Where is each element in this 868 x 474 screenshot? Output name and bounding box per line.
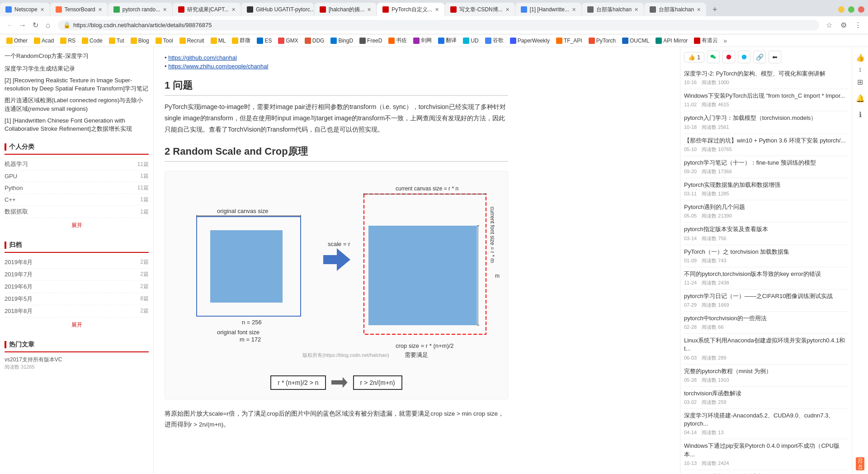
bookmark-star[interactable]: ☆ <box>823 19 835 32</box>
bookmark-tool[interactable]: Tool <box>153 37 176 45</box>
bookmark-ddg[interactable]: DDG <box>302 37 327 45</box>
tab-taibei1[interactable]: 台部落halchan ✕ <box>582 3 644 16</box>
link-zhihu[interactable]: https://www.zhihu.com/people/chanhal <box>168 63 268 70</box>
bookmark-rs[interactable]: RS <box>57 37 78 45</box>
categories-expand-btn[interactable]: 展开 <box>5 220 149 231</box>
tab-close-halchan[interactable]: ✕ <box>367 7 371 13</box>
tab-close-write[interactable]: ✕ <box>505 7 509 13</box>
archives-expand-btn[interactable]: 展开 <box>5 319 149 331</box>
share-qq-btn[interactable] <box>738 51 750 63</box>
recommend-article-9[interactable]: 不同的pytorch,torchvision版本导致的key error的错误 … <box>684 267 848 289</box>
tab-pytorch-random[interactable]: pytorch rando... ✕ <box>108 3 172 16</box>
bookmark-recruit[interactable]: Recruit <box>177 37 207 45</box>
tab-close-taibei2[interactable]: ✕ <box>697 7 701 13</box>
bookmark-bingd[interactable]: BingD <box>328 37 356 45</box>
recommend-article-8[interactable]: PyTorch（一）之 torchvision 加载数据集 01-09 阅读数 … <box>684 245 848 267</box>
tab-close-handwritten[interactable]: ✕ <box>572 7 576 13</box>
tab-research[interactable]: 研究成果|CAPT... ✕ <box>173 3 241 16</box>
tab-close-pytorch-define[interactable]: ✕ <box>435 7 439 13</box>
tab-taibei2[interactable]: 台部落halchan ✕ <box>644 3 706 16</box>
article-link-2[interactable]: [2] [Recovering Realistic Texture in Ima… <box>5 76 149 93</box>
recommend-article-14[interactable]: torchvision库函数解读 03-02 阅读数 259 <box>684 387 848 409</box>
bookmarks-overflow[interactable]: » <box>723 37 727 44</box>
forward-button[interactable]: → <box>16 19 29 32</box>
float-like-btn[interactable]: 👍 <box>854 51 867 64</box>
share-weixin-btn[interactable] <box>707 51 720 63</box>
article-link-1[interactable]: 深度学习学生生成结果记录 <box>5 64 149 73</box>
recommend-article-3[interactable]: 【那些年踩过的坑】win10 + Python 3.6 环境下安装 pytorc… <box>684 134 848 156</box>
article-link-3[interactable]: 图片连通区域检测(Label connected regions)与去除小连通区… <box>5 96 149 113</box>
back-top-btn[interactable]: ⬅ <box>769 51 781 63</box>
recommend-article-7[interactable]: pytorch指定版本安装及查看版本 03-14 阅读数 756 <box>684 223 848 245</box>
float-info-btn[interactable]: ℹ <box>854 108 867 121</box>
recommend-article-10[interactable]: pytorch学习日记（一）——之CIFAR10图像训练测试实战 07-29 阅… <box>684 289 848 312</box>
hot-article-0[interactable]: vs2017支持所有版本VC 阅读数 31265 <box>5 356 149 370</box>
recommend-article-15[interactable]: 深度学习环境搭建-Anaconda5.2、CUDA9.0、cudnn7.3、py… <box>684 409 848 439</box>
bookmark-freed[interactable]: FreeD <box>357 37 385 45</box>
recommend-article-12[interactable]: Linux系统下利用Anaconda创建虚拟环境并安装pytorch0.4.1和… <box>684 334 848 364</box>
archive-aug-2018[interactable]: 2018年8月 2篇 <box>5 305 149 318</box>
float-grid-btn[interactable]: ⊞ <box>854 75 867 89</box>
tab-tensorboard[interactable]: TensorBoard ✕ <box>50 3 108 16</box>
recommend-article-4[interactable]: pytorch学习笔记（十一）：fine-tune 预训练的模型 09-20 阅… <box>684 156 848 178</box>
extensions-btn[interactable]: ⚙ <box>837 19 850 32</box>
bookmark-tf-api[interactable]: TF_API <box>553 37 585 45</box>
link-github[interactable]: https://github.com/chanhal <box>168 54 237 61</box>
archive-jun-2019[interactable]: 2019年6月 2篇 <box>5 281 149 293</box>
bookmark-blog[interactable]: Blog <box>128 37 152 45</box>
minimize-btn[interactable] <box>838 6 844 13</box>
like-button[interactable]: 👍 1 <box>684 52 704 62</box>
tab-netscope[interactable]: Netscope ✕ <box>0 3 50 16</box>
archive-aug-2019[interactable]: 2019年8月 2篇 <box>5 256 149 269</box>
tab-handwritten[interactable]: [1] [Handwritte... ✕ <box>515 3 581 16</box>
bookmark-pytorch[interactable]: PyTorch <box>586 37 618 45</box>
article-link-0[interactable]: 一个RandomCrop方案-深度学习 <box>5 52 149 61</box>
article-link-4[interactable]: [1] [Handwritten Chinese Font Generation… <box>5 117 149 133</box>
share-weibo-btn[interactable] <box>722 51 735 63</box>
bookmark-acad[interactable]: Acad <box>31 37 57 45</box>
bookmark-group[interactable]: 群微 <box>229 36 253 45</box>
copy-link-btn[interactable]: 🔗 <box>753 51 766 63</box>
home-button[interactable]: ⌂ <box>42 19 54 32</box>
bookmark-code[interactable]: Code <box>79 37 105 45</box>
new-tab-button[interactable]: + <box>708 3 721 16</box>
category-gpu[interactable]: GPU 1篇 <box>5 171 149 182</box>
recommend-article-16[interactable]: Windows下通过pip安装Pytorch 0.4.0 import不成功（C… <box>684 439 848 469</box>
recommend-article-5[interactable]: Pytorch实现数据集的加载和数据增强 03-11 阅读数 1285 <box>684 178 848 200</box>
recommend-article-1[interactable]: Windows下安装PyTorch后出现 "from torch_C impor… <box>684 89 848 111</box>
category-python[interactable]: Python 11篇 <box>5 182 149 194</box>
category-cpp[interactable]: C++ 1篇 <box>5 194 149 206</box>
bookmark-oucml[interactable]: OUCML <box>619 37 652 45</box>
recommend-article-17[interactable]: PyTorch深度学习：60分钟入门(Translation) 05-05 阅读… <box>684 470 848 474</box>
float-bell-btn[interactable]: 🔔 <box>854 91 867 105</box>
tab-close-netscope[interactable]: ✕ <box>40 7 44 13</box>
tab-github[interactable]: GitHub UGATIT-pytorc... ✕ <box>241 3 314 16</box>
tab-close-pytorch[interactable]: ✕ <box>163 7 167 13</box>
bookmark-shuzuo[interactable]: 书佐 <box>386 36 410 45</box>
bookmark-tut[interactable]: Tut <box>106 37 127 45</box>
maximize-btn[interactable] <box>848 6 854 13</box>
bookmark-other[interactable]: Other <box>4 37 30 45</box>
archive-jul-2019[interactable]: 2019年7月 2篇 <box>5 269 149 281</box>
bookmark-jianwang[interactable]: 剑网 <box>410 36 434 45</box>
bookmark-paperweekly[interactable]: PaperWeekly <box>507 37 552 45</box>
tab-close-tensorboard[interactable]: ✕ <box>98 7 102 13</box>
bookmark-es[interactable]: ES <box>254 37 274 45</box>
recommend-article-11[interactable]: pytorch中torchvision的一些用法 02-28 阅读数 66 <box>684 312 848 334</box>
bookmark-ml[interactable]: ML <box>208 37 229 45</box>
bookmark-fanyi[interactable]: 翻译 <box>435 36 459 45</box>
bookmark-api-mirror[interactable]: API Mirror <box>653 37 690 45</box>
bookmark-google[interactable]: 谷歌 <box>482 36 506 45</box>
tab-close-research[interactable]: ✕ <box>231 7 236 13</box>
category-ml[interactable]: 机器学习 11篇 <box>5 158 149 171</box>
address-bar[interactable]: 🔒 https://blog.csdn.net/halchan/article/… <box>58 20 819 30</box>
tab-halchan[interactable]: [halchan的摘... ✕ <box>314 3 377 16</box>
recommend-article-13[interactable]: 完整的pytorch教程（mnist 为例） 05-28 阅读数 1910 <box>684 365 848 387</box>
tab-close-taibei1[interactable]: ✕ <box>634 7 638 13</box>
bookmark-ud[interactable]: UD <box>460 37 481 45</box>
reload-button[interactable]: ↻ <box>29 19 42 32</box>
category-scraping[interactable]: 数据抓取 1篇 <box>5 206 149 218</box>
recommend-article-2[interactable]: pytorch入门学习：加载模型（torchvision.models） 10-… <box>684 111 848 133</box>
recommend-article-6[interactable]: Pytorch遇到的几个问题 05-05 阅读数 21390 <box>684 200 848 223</box>
archive-may-2019[interactable]: 2019年5月 8篇 <box>5 293 149 305</box>
